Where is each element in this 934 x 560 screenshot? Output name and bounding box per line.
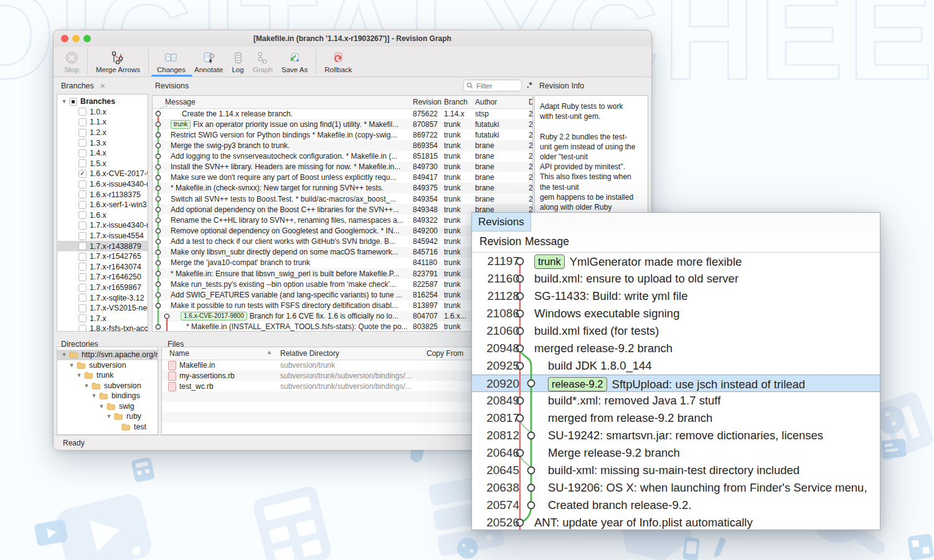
branch-item[interactable]: 1.7.x-VS2015-nec [57, 303, 148, 314]
branch-item[interactable]: 1.4.x [57, 148, 148, 159]
branch-checkbox[interactable] [78, 149, 87, 157]
revision-row[interactable]: Create the 1.14.x release branch.8756221… [153, 108, 532, 119]
branch-checkbox[interactable]: ✓ [78, 170, 87, 178]
close-panel-icon[interactable]: ✕ [100, 82, 105, 90]
directory-item[interactable]: ▼http://svn.apache.org/r [57, 350, 158, 360]
chevron-down-icon[interactable]: ▼ [61, 98, 67, 105]
overlay-revision-row[interactable]: 20812SU-19242: smartsvn.jar: remove dict… [472, 427, 880, 444]
overlay-revision-row[interactable]: 20526ANT: update year of Info.plist auto… [472, 514, 880, 531]
toolbar-annotate-button[interactable]: Annotate [194, 50, 223, 73]
toolbar-changes-button[interactable]: Changes [157, 50, 186, 73]
overlay-revision-row[interactable]: 20638SU-19206: OS X: when launching from… [472, 479, 880, 497]
branch-checkbox[interactable] [78, 253, 87, 261]
branch-checkbox[interactable] [78, 284, 87, 292]
branch-item[interactable]: 1.7.x-r1542765 [57, 251, 148, 262]
revision-row[interactable]: Install the SVN++ library. Headers are m… [153, 162, 532, 172]
branches-root-checkbox[interactable] [69, 98, 77, 106]
branch-item[interactable]: 1.7.x-r1438879 [57, 241, 148, 251]
branch-item[interactable]: 1.7.x-r1646250 [57, 272, 148, 282]
column-date[interactable]: Date [529, 98, 533, 106]
chevron-down-icon[interactable]: ▼ [106, 413, 112, 419]
branch-item[interactable]: 1.7.x-issue4340-r [57, 220, 148, 231]
column-author[interactable]: Author [475, 98, 497, 106]
revision-row[interactable]: trunkFix an operator priority issue on u… [153, 119, 532, 129]
branch-item[interactable]: 1.7.x-sqlite-3.12 [57, 292, 148, 303]
branch-checkbox[interactable] [78, 222, 87, 230]
branch-checkbox[interactable] [78, 211, 87, 219]
overlay-revision-row[interactable]: 20817merged from release-9.2 branch [472, 409, 880, 427]
branch-item[interactable]: 1.0.x [57, 107, 148, 118]
directory-item[interactable]: ▼ruby [57, 411, 158, 422]
column-branch[interactable]: Branch [444, 98, 468, 106]
branch-item[interactable]: 1.7.x-issue4554 [57, 231, 148, 241]
tab-revisions[interactable]: Revisions [472, 213, 531, 231]
branch-checkbox[interactable] [78, 314, 87, 322]
column-revision[interactable]: Revision [479, 235, 521, 248]
toolbar-save-as-button[interactable]: Save As [281, 50, 308, 73]
overlay-revision-row[interactable]: 20849build*.xml: removed Java 1.7 stuff [472, 392, 880, 409]
chevron-down-icon[interactable]: ▼ [68, 362, 75, 368]
directory-item[interactable]: ▼subversion [57, 360, 158, 371]
branch-checkbox[interactable] [78, 263, 87, 271]
chevron-down-icon[interactable]: ▼ [76, 372, 82, 378]
branch-item[interactable]: 1.7.x-r1643074 [57, 262, 148, 273]
branch-checkbox[interactable] [78, 190, 87, 198]
directory-item[interactable]: ▼swig [57, 401, 158, 412]
revision-row[interactable]: Merge the swig-py3 branch to trunk.86935… [153, 140, 532, 151]
branch-item[interactable]: 1.1.x [57, 117, 148, 128]
revision-row[interactable]: * Makefile.in (check-svnxx): New target … [153, 183, 532, 194]
revision-row[interactable]: Add logging to the svnserveautocheck con… [153, 151, 532, 162]
branch-checkbox[interactable] [78, 273, 87, 281]
overlay-revision-row[interactable]: 20925build JDK 1.8.0_144 [472, 357, 880, 375]
directory-item[interactable]: ▼bindings [57, 391, 158, 401]
filter-input[interactable] [475, 82, 517, 90]
branch-checkbox[interactable] [78, 201, 87, 209]
branch-checkbox[interactable] [78, 304, 87, 312]
branch-checkbox[interactable] [78, 159, 87, 167]
branch-checkbox[interactable] [78, 325, 87, 332]
branch-checkbox[interactable] [78, 242, 87, 250]
overlay-revision-row[interactable]: 21197trunkYmlGenerator made more flexibl… [472, 253, 880, 270]
filter-field[interactable] [463, 80, 522, 91]
revision-row[interactable]: Restrict SWIG version for Python binding… [153, 129, 532, 140]
branch-item[interactable]: 1.5.x [57, 159, 148, 169]
chevron-down-icon[interactable]: ▼ [83, 383, 90, 389]
column-message[interactable]: Message [165, 98, 196, 106]
column-copy-from[interactable]: Copy From [427, 349, 463, 358]
branch-item[interactable]: 1.8.x-fsfs-txn-acc [57, 324, 148, 332]
toolbar-rollback-button[interactable]: Rollback [324, 50, 352, 73]
column-name[interactable]: Name [169, 349, 189, 358]
branch-checkbox[interactable] [78, 108, 87, 116]
branch-checkbox[interactable] [78, 139, 87, 147]
revision-row[interactable]: Switch all SVN++ tests to Boost.Test. * … [153, 194, 532, 204]
overlay-revision-row[interactable]: 21086Windows executable signing [472, 305, 880, 322]
overlay-revision-row[interactable]: 21160build.xml: ensure to upload to old … [472, 270, 880, 287]
branch-checkbox[interactable] [78, 180, 87, 189]
directory-item[interactable]: ▼subversion [57, 381, 158, 391]
branch-checkbox[interactable] [78, 129, 87, 137]
column-relative-directory[interactable]: Relative Directory [280, 349, 339, 358]
overlay-revision-row[interactable]: 21128SG-11433: Build: write yml file [472, 287, 880, 305]
column-message[interactable]: Message [525, 235, 569, 248]
overlay-revision-row[interactable]: 20948merged release-9.2 branch [472, 340, 880, 357]
branch-item[interactable]: 1.6.x-issue4340-r [57, 179, 148, 190]
revision-row[interactable]: Make sure we don't require any part of B… [153, 172, 532, 183]
chevron-down-icon[interactable]: ▼ [91, 393, 97, 399]
overlay-revision-row[interactable]: 20574Created branch release-9.2. [472, 497, 880, 514]
directory-item[interactable]: ▼trunk [57, 370, 158, 381]
overlay-revision-row[interactable]: 20646Merge release-9.2 branch [472, 444, 880, 462]
branch-item[interactable]: 1.7.x [57, 314, 148, 324]
overlay-revision-row[interactable]: 21060build.xml fixed (for tests) [472, 322, 880, 340]
chevron-down-icon[interactable]: ▼ [98, 403, 105, 409]
sort-asc-icon[interactable]: ▲ [267, 349, 272, 355]
chevron-down-icon[interactable]: ▼ [61, 352, 67, 358]
column-revision[interactable]: Revision [413, 98, 441, 106]
toolbar-merge-arrows-button[interactable]: Merge Arrows [96, 50, 140, 73]
branch-item[interactable]: 1.6.x-serf-1-win3 [57, 200, 148, 210]
directory-item[interactable]: test [57, 422, 158, 432]
branch-checkbox[interactable] [78, 232, 87, 240]
branch-item[interactable]: 1.2.x [57, 128, 148, 138]
branches-root-item[interactable]: ▼Branches [57, 96, 148, 107]
branch-checkbox[interactable] [78, 294, 87, 302]
branch-item[interactable]: 1.6.x [57, 210, 148, 221]
